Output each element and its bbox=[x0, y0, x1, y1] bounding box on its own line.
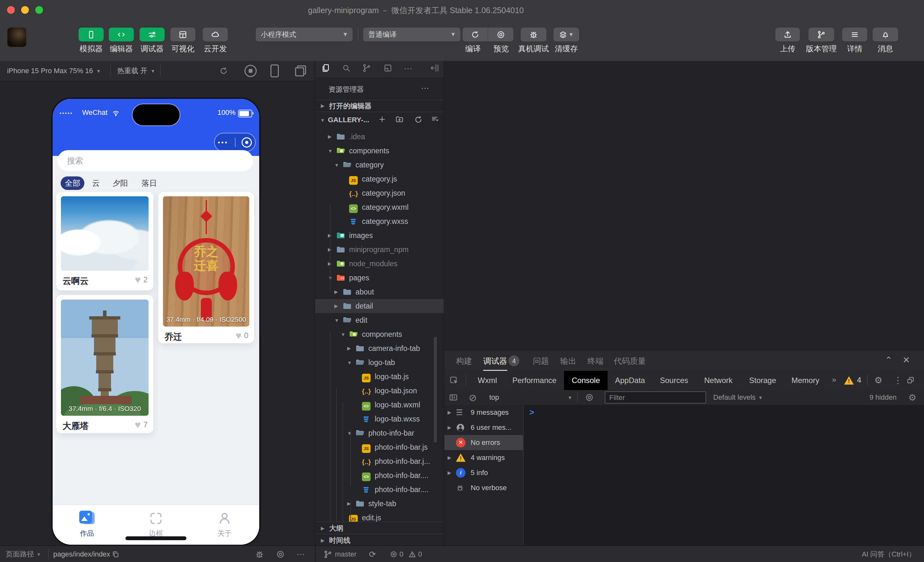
vconsole-bug-icon[interactable] bbox=[255, 546, 264, 562]
compile-button[interactable] bbox=[463, 30, 488, 39]
search-icon[interactable] bbox=[341, 63, 351, 73]
上传-button[interactable] bbox=[776, 28, 800, 41]
console-filter-4 warnings[interactable]: ▶!4 warnings bbox=[444, 450, 523, 465]
tree-item-photo-info-bar....[interactable]: <>photo-info-bar.... bbox=[315, 468, 444, 483]
编辑器-button[interactable] bbox=[109, 28, 134, 41]
tree-item-photo-info-bar.j...[interactable]: {..}photo-info-bar.j... bbox=[315, 454, 444, 468]
files-icon[interactable] bbox=[321, 63, 330, 73]
console-filter-5 info[interactable]: ▶i5 info bbox=[444, 465, 523, 480]
tree-item-category.js[interactable]: JScategory.js bbox=[315, 172, 444, 186]
模拟器-button[interactable] bbox=[79, 28, 104, 41]
详情-button[interactable] bbox=[842, 28, 867, 41]
chip-夕阳[interactable]: 夕阳 bbox=[108, 177, 133, 190]
problems-item[interactable]: 0 0 bbox=[390, 546, 422, 562]
console-settings-gear-icon[interactable]: ⚙ bbox=[908, 390, 916, 405]
close-panel-icon[interactable]: ✕ bbox=[903, 355, 910, 366]
console-filter-6 user mes...[interactable]: ▶6 user mes... bbox=[444, 420, 523, 435]
tree-item-logo-tab.wxml[interactable]: <>logo-tab.wxml bbox=[315, 398, 444, 412]
tree-item-node_modules[interactable]: ▶node_modules bbox=[315, 256, 444, 271]
tree-item-photo-info-bar....[interactable]: photo-info-bar.... bbox=[315, 483, 444, 496]
collapse-panel-icon[interactable]: ⌃ bbox=[885, 355, 892, 366]
devtools-tab-AppData[interactable]: AppData bbox=[615, 371, 647, 390]
close-window-button[interactable] bbox=[7, 6, 15, 14]
preview-button[interactable] bbox=[488, 30, 513, 39]
restart-button[interactable] bbox=[219, 61, 228, 81]
panel-tab-构建[interactable]: 构建 bbox=[456, 350, 472, 372]
tree-item-category[interactable]: ▼category bbox=[315, 158, 444, 172]
tree-item-camera-info-tab[interactable]: ▶camera-info-tab bbox=[315, 341, 444, 355]
hot-reload-select[interactable]: 热重载 开 ▼ bbox=[117, 61, 155, 81]
chip-云[interactable]: 云 bbox=[89, 177, 103, 190]
devtools-settings-gear-icon[interactable]: ⚙ bbox=[874, 375, 882, 385]
kebab-menu-icon[interactable]: ⋮ bbox=[894, 375, 903, 385]
panel-tab-输出[interactable]: 输出 bbox=[560, 350, 576, 372]
tree-item-photo-info-bar[interactable]: ▼photo-info-bar bbox=[315, 426, 444, 440]
device-select[interactable]: iPhone 15 Pro Max 75% 16 ▼ bbox=[7, 61, 101, 81]
project-row[interactable]: ▼ GALLERY-... bbox=[315, 112, 444, 130]
tree-item-category.json[interactable]: {..}category.json bbox=[315, 186, 444, 200]
stop-button[interactable] bbox=[244, 61, 256, 81]
版本管理-button[interactable] bbox=[808, 28, 834, 41]
refresh-icon[interactable] bbox=[414, 115, 423, 124]
tree-item-miniprogram_npm[interactable]: ▶miniprogram_npm bbox=[315, 243, 444, 256]
photo-card[interactable]: 云啊云♥2 bbox=[56, 192, 153, 290]
scrollbar[interactable] bbox=[434, 337, 437, 443]
tree-item-edit.js[interactable]: JSedit.js bbox=[315, 511, 444, 522]
tree-item-components[interactable]: ▼components bbox=[315, 327, 444, 341]
ai-assistant-button[interactable]: AI 问答（Ctrl+I） bbox=[862, 546, 916, 562]
mode-select[interactable]: 小程序模式 ▼ bbox=[256, 28, 352, 41]
like-count[interactable]: ♥0 bbox=[236, 331, 248, 340]
调试器-button[interactable] bbox=[140, 28, 165, 41]
tree-item-category.wxss[interactable]: category.wxss bbox=[315, 214, 444, 228]
zoom-window-button[interactable] bbox=[35, 6, 43, 14]
devtools-tab-Storage[interactable]: Storage bbox=[749, 371, 777, 390]
console-filter-9 messages[interactable]: ▶☰9 messages bbox=[444, 405, 523, 420]
tree-item-pages[interactable]: ▼<>pages bbox=[315, 271, 444, 285]
more-tabs-icon[interactable]: » bbox=[832, 375, 836, 384]
capsule-close-icon[interactable] bbox=[242, 137, 252, 148]
tree-item-logo-tab.wxss[interactable]: logo-tab.wxss bbox=[315, 412, 444, 426]
tree-item-edit[interactable]: ▼edit bbox=[315, 313, 444, 327]
new-file-icon[interactable] bbox=[378, 115, 386, 123]
devtools-tab-Wxml[interactable]: Wxml bbox=[478, 371, 497, 390]
package-icon[interactable] bbox=[383, 63, 393, 73]
消息-button[interactable] bbox=[873, 28, 898, 41]
panel-tab-代码质量[interactable]: 代码质量 bbox=[614, 350, 646, 372]
云开发-button[interactable] bbox=[203, 28, 228, 41]
sync-icon[interactable]: ⟳ bbox=[369, 546, 376, 562]
multi-window-button[interactable] bbox=[295, 61, 306, 81]
copy-icon[interactable] bbox=[112, 546, 119, 562]
new-folder-icon[interactable] bbox=[395, 115, 404, 123]
collapse-sidebar-icon[interactable] bbox=[430, 63, 440, 73]
levels-select[interactable]: Default levels ▼ bbox=[713, 390, 763, 405]
photo-card[interactable]: 乔之迁喜37.4mm · f/4.09 · ISO2500乔迁♥0 bbox=[158, 192, 254, 343]
tab-关于[interactable]: 关于 bbox=[206, 511, 244, 538]
photo-card[interactable]: 37.4mm · f/6.4 · ISO320大雁塔♥7 bbox=[56, 295, 153, 433]
tab-作品[interactable]: 作品 bbox=[68, 511, 106, 538]
tree-item-logo-tab.js[interactable]: JSlogo-tab.js bbox=[315, 370, 444, 384]
eye-icon[interactable] bbox=[276, 546, 285, 562]
timeline-section[interactable]: ▶时间线 bbox=[315, 534, 444, 547]
device-debug-button[interactable] bbox=[521, 28, 546, 41]
search-input[interactable]: 搜索 bbox=[57, 150, 253, 171]
clear-cache-button[interactable]: ▼ bbox=[554, 28, 579, 41]
tree-item-logo-tab.json[interactable]: {..}logo-tab.json bbox=[315, 384, 444, 398]
device-frame-button[interactable] bbox=[270, 61, 279, 81]
console-filter-No errors[interactable]: ✕No errors bbox=[444, 435, 523, 450]
devtools-tab-Sources[interactable]: Sources bbox=[660, 371, 690, 390]
more-icon[interactable]: ⋯ bbox=[404, 63, 412, 74]
filter-input[interactable]: Filter bbox=[605, 391, 706, 403]
tab-边框[interactable]: 边框 bbox=[136, 511, 175, 538]
open-editors-row[interactable]: ▶ 打开的编辑器 bbox=[315, 100, 444, 112]
panel-tab-终端[interactable]: 终端 bbox=[588, 350, 603, 372]
tree-item-style-tab[interactable]: ▶style-tab bbox=[315, 496, 444, 511]
tree-item-about[interactable]: ▶about bbox=[315, 285, 444, 299]
inspect-element-icon[interactable] bbox=[450, 376, 459, 385]
page-path-select[interactable]: 页面路径 ▼ bbox=[6, 546, 41, 562]
capsule-menu[interactable]: ••• bbox=[214, 133, 256, 152]
tree-item-components[interactable]: ▼components bbox=[315, 144, 444, 158]
eye-icon[interactable] bbox=[585, 390, 594, 405]
tree-item-detail[interactable]: ▶detail bbox=[315, 299, 444, 313]
outline-section[interactable]: ▶大纲 bbox=[315, 522, 444, 534]
devtools-tab-Memory[interactable]: Memory bbox=[792, 371, 820, 390]
